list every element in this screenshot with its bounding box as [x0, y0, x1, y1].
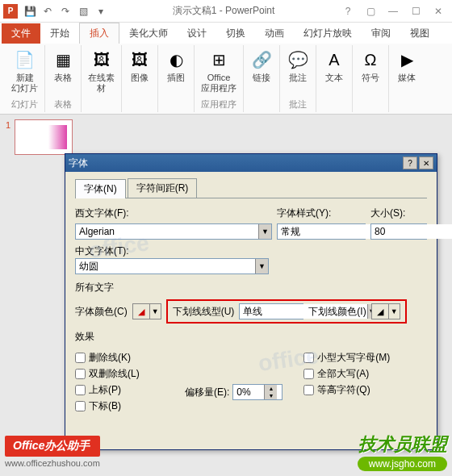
- link-icon: 🔗: [250, 48, 273, 71]
- comment-button[interactable]: 💬批注: [285, 47, 311, 85]
- font-size-combo[interactable]: ▼: [370, 223, 427, 240]
- tab-animation[interactable]: 动画: [255, 23, 294, 44]
- chevron-down-icon[interactable]: ▼: [258, 224, 271, 239]
- app-icon: P: [3, 4, 18, 19]
- start-slideshow-icon[interactable]: ▧: [74, 2, 92, 20]
- symbol-button[interactable]: Ω符号: [358, 47, 383, 85]
- western-font-input[interactable]: [76, 224, 258, 239]
- group-apps: 应用程序: [201, 98, 236, 111]
- qat-dropdown-icon[interactable]: ▾: [92, 2, 110, 20]
- chinese-font-combo[interactable]: ▼: [75, 258, 269, 274]
- all-fonts-label: 所有文字: [75, 281, 427, 294]
- allcaps-checkbox[interactable]: 全部大写(A): [303, 367, 390, 381]
- image-button[interactable]: 🖼图像: [127, 47, 153, 85]
- offset-label: 偏移量(E):: [185, 386, 229, 399]
- tab-design[interactable]: 设计: [178, 23, 216, 44]
- tab-slideshow[interactable]: 幻灯片放映: [294, 23, 362, 44]
- font-style-label: 字体样式(Y):: [277, 207, 366, 220]
- online-icon: 🖼: [90, 48, 113, 71]
- tab-insert[interactable]: 插入: [79, 23, 119, 44]
- font-color-button[interactable]: ◢▼: [132, 303, 161, 319]
- underline-color-label: 下划线颜色(I): [308, 305, 366, 319]
- group-table: 表格: [54, 98, 72, 111]
- link-button[interactable]: 🔗链接: [249, 47, 274, 85]
- paint-icon: ◢: [133, 304, 149, 319]
- tab-review[interactable]: 审阅: [362, 23, 400, 44]
- new-slide-icon: 📄: [14, 48, 36, 71]
- underline-color-button[interactable]: ◢▼: [371, 303, 400, 319]
- text-button[interactable]: A文本: [321, 47, 347, 85]
- help-icon[interactable]: ?: [337, 3, 358, 19]
- tab-spacing[interactable]: 字符间距(R): [128, 178, 198, 198]
- underline-type-combo[interactable]: ▼: [239, 303, 303, 319]
- chinese-font-input[interactable]: [76, 259, 255, 273]
- equalheight-checkbox[interactable]: 等高字符(Q): [303, 383, 390, 397]
- image-icon: 🖼: [128, 48, 151, 71]
- group-slides: 幻灯片: [11, 98, 38, 111]
- maximize-icon[interactable]: ☐: [405, 3, 426, 19]
- dialog-help-icon[interactable]: ?: [403, 157, 417, 169]
- font-color-label: 字体颜色(C): [75, 305, 128, 319]
- smallcaps-checkbox[interactable]: 小型大写字母(M): [303, 351, 390, 365]
- badge-office-helper: Office办公助手: [5, 436, 100, 457]
- url-officezhushou: www.officezhushou.com: [5, 458, 100, 468]
- apps-icon: ⊞: [207, 48, 230, 71]
- superscript-checkbox[interactable]: 上标(P): [75, 383, 180, 397]
- group-comment: 批注: [289, 98, 307, 111]
- strikethrough-checkbox[interactable]: 删除线(K): [75, 351, 180, 365]
- ribbon: 📄新建 幻灯片 幻灯片 ▦表格 表格 🖼在线素 材 🖼图像 ◐插图 ⊞Offic…: [0, 44, 452, 115]
- dialog-tabs: 字体(N) 字符间距(R): [75, 178, 427, 198]
- tab-home[interactable]: 开始: [40, 23, 79, 44]
- chevron-down-icon[interactable]: ▼: [149, 304, 161, 319]
- tab-view[interactable]: 视图: [400, 23, 439, 44]
- undo-icon[interactable]: ↶: [39, 2, 56, 20]
- font-size-input[interactable]: [371, 224, 452, 239]
- url-jsgho: www.jsgho.com: [358, 457, 447, 471]
- symbol-icon: Ω: [359, 48, 382, 71]
- minimize-icon[interactable]: —: [383, 3, 404, 19]
- chevron-down-icon[interactable]: ▼: [255, 259, 268, 273]
- tab-transition[interactable]: 切换: [216, 23, 255, 44]
- media-button[interactable]: ▶媒体: [394, 47, 420, 85]
- new-slide-button[interactable]: 📄新建 幻灯片: [10, 47, 40, 95]
- media-icon: ▶: [396, 48, 418, 71]
- dialog-close-icon[interactable]: ✕: [419, 157, 433, 169]
- tab-beautify[interactable]: 美化大师: [119, 23, 178, 44]
- ribbon-options-icon[interactable]: ▢: [360, 3, 381, 19]
- chevron-down-icon[interactable]: ▼: [388, 304, 400, 319]
- offset-spinner[interactable]: ▲▼: [232, 384, 282, 400]
- slide-thumbnail-1[interactable]: [15, 119, 73, 155]
- titlebar: P 💾 ↶ ↷ ▧ ▾ 演示文稿1 - PowerPoint ? ▢ — ☐ ✕: [0, 0, 452, 23]
- window-title: 演示文稿1 - PowerPoint: [110, 4, 337, 18]
- western-font-combo[interactable]: ▼: [75, 223, 272, 240]
- close-icon[interactable]: ✕: [428, 3, 449, 19]
- online-material-button[interactable]: 🖼在线素 材: [86, 47, 116, 95]
- chinese-font-label: 中文字体(T):: [75, 244, 427, 258]
- font-style-combo[interactable]: ▼: [277, 223, 366, 240]
- dialog-titlebar: 字体 ? ✕: [65, 154, 437, 172]
- paint-icon: ◢: [372, 304, 388, 319]
- tab-file[interactable]: 文件: [2, 23, 40, 44]
- slide-panel: [0, 115, 73, 476]
- redo-icon[interactable]: ↷: [56, 2, 74, 20]
- subscript-checkbox[interactable]: 下标(B): [75, 399, 180, 413]
- western-font-label: 西文字体(F):: [75, 207, 272, 220]
- tab-font[interactable]: 字体(N): [75, 179, 126, 198]
- spin-down-icon[interactable]: ▼: [264, 392, 277, 399]
- illustration-button[interactable]: ◐插图: [163, 47, 189, 85]
- table-icon: ▦: [52, 48, 74, 71]
- shapes-icon: ◐: [165, 48, 187, 71]
- save-icon[interactable]: 💾: [21, 2, 39, 20]
- font-size-label: 大小(S):: [370, 207, 427, 220]
- dialog-title: 字体: [69, 157, 401, 170]
- offset-input[interactable]: [233, 385, 264, 399]
- font-dialog: 字体 ? ✕ 字体(N) 字符间距(R) 西文字体(F): 字体样式(Y): 大…: [65, 153, 437, 450]
- table-button[interactable]: ▦表格: [50, 47, 76, 85]
- double-strike-checkbox[interactable]: 双删除线(L): [75, 367, 180, 381]
- textbox-icon: A: [323, 48, 345, 71]
- spin-up-icon[interactable]: ▲: [264, 385, 277, 392]
- effects-label: 效果: [75, 330, 427, 344]
- brand-text: 技术员联盟: [358, 432, 447, 457]
- office-apps-button[interactable]: ⊞Office 应用程序: [199, 47, 238, 95]
- footer: Office办公助手 www.officezhushou.com 技术员联盟 w…: [5, 432, 447, 471]
